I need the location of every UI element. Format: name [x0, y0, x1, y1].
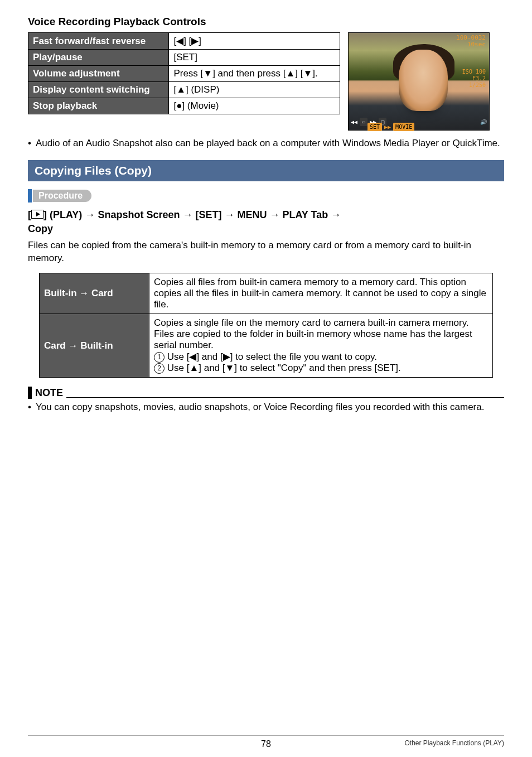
ctl-value: [▲] (DISP) — [169, 82, 340, 98]
path-step: MENU — [237, 209, 267, 220]
copy-intro: Files can be copied from the camera's bu… — [28, 239, 504, 265]
copy-row-label: Built-in → Card — [40, 273, 149, 314]
photo-time: 10sec — [456, 41, 486, 48]
rewind-icon: ◀◀ — [351, 119, 357, 125]
photo-iso: ISO 100 — [462, 69, 486, 75]
photo-fstop: F3.2 — [462, 75, 486, 82]
copy-step-text: Use [▲] and [▼] to select "Copy" and the… — [167, 363, 401, 373]
arrow-icon: → — [224, 209, 237, 220]
copy-row-text: Copies all files from built-in camera me… — [149, 273, 493, 314]
step-number-icon: 2 — [154, 363, 165, 374]
note-accent — [28, 387, 32, 399]
copy-row-desc: Copies a single file on the memory card … — [154, 317, 472, 350]
ctl-label: Volume adjustment — [28, 66, 169, 82]
menu-path: [] (PLAY) → Snapshot Screen → [SET] → ME… — [28, 208, 504, 236]
table-row: Stop playback [●] (Movie) — [28, 98, 340, 114]
note-bullet-text: You can copy snapshots, movies, audio sn… — [36, 401, 484, 414]
arrow-icon: → — [182, 209, 195, 220]
table-row: Built-in → Card Copies all files from bu… — [40, 273, 493, 314]
photo-shutter: 1/250 — [462, 82, 486, 89]
section-title: Copying Files (Copy) — [28, 160, 504, 181]
path-step: PLAY Tab — [283, 209, 328, 220]
procedure-label: Procedure — [33, 190, 91, 202]
sound-icon: 🔊 — [480, 119, 487, 125]
audio-note-text: Audio of an Audio Snapshot also can be p… — [36, 137, 500, 150]
path-step: Copy — [28, 223, 53, 234]
path-play: ] (PLAY) — [43, 209, 82, 220]
copy-row-label: Card → Built-in — [40, 314, 149, 378]
battery-icon: ▭ — [360, 118, 367, 126]
nav-icon: ▶▶ — [384, 124, 391, 130]
ctl-value: [SET] — [169, 50, 340, 66]
movie-badge: MOVIE — [393, 123, 414, 131]
copy-row-text: Copies a single file on the memory card … — [149, 314, 493, 378]
ctl-value: [●] (Movie) — [169, 98, 340, 114]
ctl-value: [◀] [▶] — [169, 33, 340, 50]
table-row: Fast forward/fast reverse [◀] [▶] — [28, 33, 340, 50]
play-icon — [31, 210, 43, 219]
procedure-accent — [28, 189, 32, 202]
note-heading: NOTE — [35, 387, 63, 399]
copy-table: Built-in → Card Copies all files from bu… — [39, 273, 493, 378]
example-photo: 100-0032 10sec ISO 100 F3.2 1/250 ◀◀ ▭ ▶… — [348, 32, 490, 131]
ctl-label: Play/pause — [28, 50, 169, 66]
ctl-value: Press [▼] and then press [▲] [▼]. — [169, 66, 340, 82]
ctl-label: Stop playback — [28, 98, 169, 114]
set-badge: SET — [367, 123, 382, 131]
footer-section: Other Playback Functions (PLAY) — [404, 739, 504, 747]
ctl-label: Fast forward/fast reverse — [28, 33, 169, 50]
ctl-label: Display content switching — [28, 82, 169, 98]
heading-voice-controls: Voice Recording Playback Controls — [28, 16, 504, 28]
arrow-icon: → — [331, 209, 341, 220]
path-step: Snapshot Screen — [98, 209, 180, 220]
copy-step-text: Use [◀] and [▶] to select the file you w… — [167, 351, 377, 362]
table-row: Play/pause [SET] — [28, 50, 340, 66]
path-step: [SET] — [195, 209, 221, 220]
table-row: Volume adjustment Press [▼] and then pre… — [28, 66, 340, 82]
page-number: 78 — [261, 739, 271, 749]
photo-figure-face — [399, 50, 448, 111]
step-number-icon: 1 — [154, 352, 165, 363]
table-row: Display content switching [▲] (DISP) — [28, 82, 340, 98]
controls-table: Fast forward/fast reverse [◀] [▶] Play/p… — [28, 32, 340, 114]
arrow-icon: → — [85, 209, 98, 220]
page-footer: 78 Other Playback Functions (PLAY) — [28, 735, 504, 747]
table-row: Card → Built-in Copies a single file on … — [40, 314, 493, 378]
note-rule — [66, 397, 504, 398]
arrow-icon: → — [270, 209, 283, 220]
bullet-dot: • — [28, 401, 31, 414]
bullet-dot: • — [28, 137, 31, 150]
